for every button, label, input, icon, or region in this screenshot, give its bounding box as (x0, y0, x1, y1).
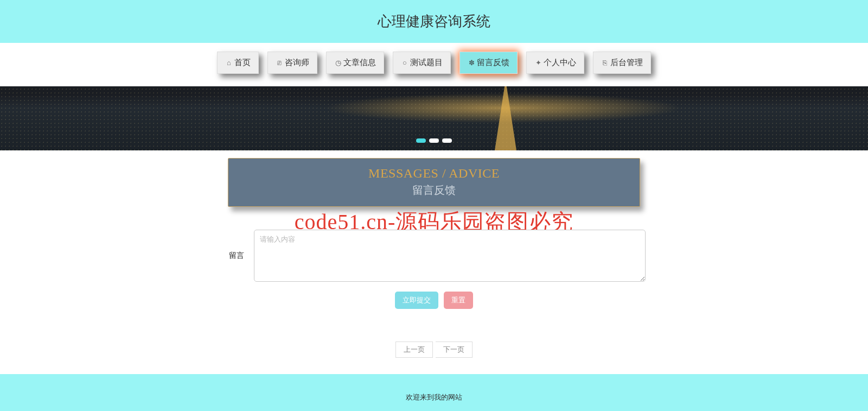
section-title-card: MESSAGES / ADVICE 留言反馈 (228, 158, 640, 207)
reset-button[interactable]: 重置 (444, 292, 473, 309)
hero-tower-graphic (495, 80, 516, 150)
nav-counselor-label: 咨询师 (285, 58, 309, 68)
next-page-button[interactable]: 下一页 (436, 342, 473, 358)
footer-welcome: 欢迎来到我的网站 (0, 393, 868, 402)
prev-page-button[interactable]: 上一页 (395, 342, 433, 358)
submit-button[interactable]: 立即提交 (395, 292, 438, 309)
nav-admin-icon: ⎘ (601, 59, 609, 67)
site-title: 心理健康咨询系统 (378, 13, 490, 29)
nav-profile-icon: ✦ (534, 59, 542, 67)
nav-feedback[interactable]: ✽留言反馈 (459, 52, 518, 74)
nav-feedback-label: 留言反馈 (477, 58, 509, 68)
nav-feedback-icon: ✽ (468, 59, 475, 67)
nav-counselor[interactable]: ⎚咨询师 (267, 52, 317, 74)
section-title-cn: 留言反馈 (228, 183, 640, 198)
nav-tests[interactable]: ○测试题目 (393, 52, 451, 74)
nav-articles[interactable]: ◷文章信息 (326, 52, 384, 74)
nav-tests-label: 测试题目 (410, 58, 443, 68)
nav-articles-label: 文章信息 (343, 58, 376, 68)
nav-profile-label: 个人中心 (544, 58, 576, 68)
nav-tests-icon: ○ (401, 59, 409, 67)
nav-admin-label: 后台管理 (610, 58, 643, 68)
pager: 上一页 下一页 (0, 342, 868, 358)
nav-home-icon: ⌂ (225, 59, 233, 67)
nav-home-label: 首页 (234, 58, 251, 68)
nav-profile[interactable]: ✦个人中心 (526, 52, 584, 74)
message-textarea[interactable] (254, 230, 646, 282)
nav-admin[interactable]: ⎘后台管理 (593, 52, 651, 74)
nav-counselor-icon: ⎚ (276, 59, 283, 67)
carousel-dots (416, 138, 452, 143)
carousel-dot-2[interactable] (429, 138, 439, 143)
nav-home[interactable]: ⌂首页 (217, 52, 259, 74)
nav-articles-icon: ◷ (334, 59, 342, 67)
section-title-en: MESSAGES / ADVICE (228, 166, 640, 181)
form-buttons: 立即提交 重置 (0, 292, 868, 309)
top-banner: 心理健康咨询系统 (0, 0, 868, 43)
footer: 欢迎来到我的网站 电话：4008000000 | 邮箱：support@21ep… (0, 374, 868, 411)
message-label: 留言 (222, 251, 244, 261)
feedback-form: 留言 (222, 230, 646, 282)
hero-carousel (0, 80, 868, 150)
nav-bar: ⌂首页⎚咨询师◷文章信息○测试题目✽留言反馈✦个人中心⎘后台管理 (0, 43, 868, 86)
carousel-dot-1[interactable] (416, 138, 426, 143)
carousel-dot-3[interactable] (442, 138, 452, 143)
